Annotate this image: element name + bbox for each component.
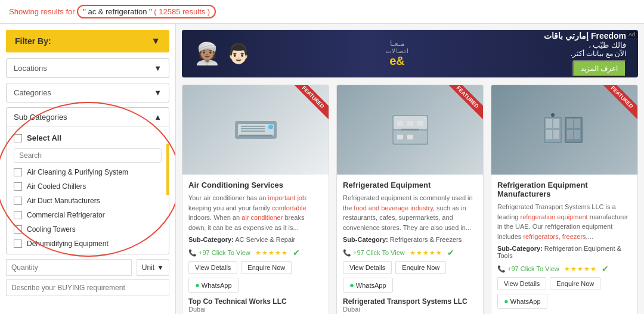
top-bar: Showing results for " ac & refrigeration… xyxy=(0,0,644,24)
ad-line3: الآن مع بيانات أكثر. xyxy=(544,49,626,58)
view-details-button-0[interactable]: View Details xyxy=(188,261,237,274)
item-checkbox-5[interactable] xyxy=(14,240,22,248)
whatsapp-button-2[interactable]: ●WhatsApp xyxy=(497,294,547,309)
item-checkbox-3[interactable] xyxy=(14,211,22,219)
svg-rect-21 xyxy=(553,130,559,139)
item-label-1: Air Cooled Chillers xyxy=(27,182,86,191)
action-row-0: 📞 +97 Click To View ★★★★★ ✔ xyxy=(188,248,323,257)
product-title-0: Air Conditioning Services xyxy=(188,181,323,189)
subcategory-section: Sub Categories ▲ Select All xyxy=(6,107,169,254)
svg-rect-18 xyxy=(546,119,552,128)
phone-text-1: +97 Click To View xyxy=(353,249,405,256)
quantity-row: Unit ▼ xyxy=(6,259,169,276)
company-name-1: Refrigerated Transport Systems LLC xyxy=(343,297,477,306)
verified-icon-2: ✔ xyxy=(602,264,609,273)
ac-unit-icon xyxy=(232,112,280,148)
quantity-input[interactable] xyxy=(6,259,132,276)
item-checkbox-0[interactable] xyxy=(14,168,22,176)
company-location-1: Dubai xyxy=(343,306,477,313)
quantity-section: Unit ▼ xyxy=(6,259,169,296)
svg-rect-26 xyxy=(567,130,573,139)
list-item[interactable]: Dehumidifying Equipment xyxy=(7,237,169,251)
product-title-1: Refrigerated Equipment xyxy=(343,181,477,189)
unit-select[interactable]: Unit ▼ xyxy=(137,259,169,276)
svg-rect-13 xyxy=(417,121,423,126)
ad-persons: 👳🏽 👨🏻 xyxy=(194,41,250,66)
product-subcategory-2: Sub-Category: Refrigeration Equipment & … xyxy=(497,245,631,259)
subcategory-header[interactable]: Sub Categories ▲ xyxy=(7,108,169,126)
ad-learn-more-button[interactable]: اعرف المزيد xyxy=(572,60,626,77)
locations-dropdown[interactable]: Locations ▼ xyxy=(6,58,169,78)
product-body-2: Refrigeration Equipment Manufacturers Re… xyxy=(491,175,637,314)
list-item[interactable]: Air Cleaning & Purifying System xyxy=(7,165,169,179)
enquire-button-1[interactable]: Enquire Now xyxy=(395,261,446,274)
verified-icon-0: ✔ xyxy=(293,248,300,257)
svg-rect-14 xyxy=(397,135,403,139)
btn-row-2: View Details Enquire Now ●WhatsApp xyxy=(497,277,631,309)
subcategory-key-2: Sub-Category: xyxy=(497,245,543,252)
enquire-button-2[interactable]: Enquire Now xyxy=(550,277,600,290)
categories-dropdown[interactable]: Categories ▼ xyxy=(6,83,169,102)
whatsapp-label-1: WhatsApp xyxy=(356,282,386,289)
select-all-label: Select All xyxy=(27,133,61,142)
select-all-row[interactable]: Select All xyxy=(7,130,169,146)
filter-by-bar[interactable]: Filter By: ▼ xyxy=(6,30,169,52)
product-card-1: Refrigerated Equipment Refrigerated equi… xyxy=(336,85,484,314)
featured-ribbon-0 xyxy=(294,85,329,120)
whatsapp-icon-2: ● xyxy=(504,297,509,306)
subcategory-search-input[interactable] xyxy=(14,148,162,163)
unit-select-arrow-icon: ▼ xyxy=(157,263,164,272)
buying-requirement-input[interactable] xyxy=(6,279,169,296)
action-row-2: 📞 +97 Click To View ★★★★★ ✔ xyxy=(497,264,631,273)
ad-logo: مـعـا اتصالات e& xyxy=(386,39,409,68)
enquire-button-0[interactable]: Enquire Now xyxy=(241,261,292,274)
ad-tagline: Freedom إمارتي باقات xyxy=(544,31,626,41)
item-checkbox-2[interactable] xyxy=(14,197,22,205)
whatsapp-button-1[interactable]: ●WhatsApp xyxy=(343,278,393,293)
locations-arrow-icon: ▼ xyxy=(154,64,162,73)
svg-rect-4 xyxy=(241,126,265,127)
item-label-3: Commercial Refrigerator xyxy=(27,211,105,219)
list-item[interactable]: Cooling Towers xyxy=(7,222,169,237)
btn-row-1: View Details Enquire Now ●WhatsApp xyxy=(343,261,477,293)
list-item[interactable]: Air Duct Manufacturers xyxy=(7,194,169,208)
sidebar: Filter By: ▼ Locations ▼ Categories ▼ Su… xyxy=(0,24,176,314)
view-details-button-2[interactable]: View Details xyxy=(497,277,546,290)
svg-rect-20 xyxy=(546,130,552,139)
list-item[interactable]: Air Cooled Chillers xyxy=(7,179,169,194)
subcategory-list: Select All Air Cleaning & Purifying Syst… xyxy=(7,126,169,254)
whatsapp-label-0: WhatsApp xyxy=(202,282,232,289)
subcategory-val-1: Refrigerators & Freezers xyxy=(390,236,462,243)
company-name-0: Top Co Technical Works LLC xyxy=(188,297,323,306)
list-item[interactable]: Commercial Refrigerator xyxy=(7,208,169,222)
subcategory-arrow-icon: ▲ xyxy=(154,113,162,122)
item-checkbox-1[interactable] xyxy=(14,182,22,191)
stars-1: ★★★★★ xyxy=(410,249,442,257)
view-details-button-1[interactable]: View Details xyxy=(343,261,392,274)
categories-label: Categories xyxy=(14,88,51,97)
product-subcategory-1: Sub-Category: Refrigerators & Freezers xyxy=(343,236,477,243)
company-location-0: Dubai xyxy=(188,306,323,313)
svg-point-3 xyxy=(268,125,273,129)
svg-point-28 xyxy=(551,113,555,117)
search-input-row xyxy=(7,146,169,165)
item-label-2: Air Duct Manufacturers xyxy=(27,197,100,205)
main-layout: Filter By: ▼ Locations ▼ Categories ▼ Su… xyxy=(0,24,644,314)
phone-btn-1[interactable]: 📞 +97 Click To View xyxy=(343,249,405,257)
item-checkbox-4[interactable] xyxy=(14,225,22,234)
featured-ribbon-1 xyxy=(448,85,484,120)
query-text: " ac & refrigeration " xyxy=(83,7,151,16)
phone-text-0: +97 Click To View xyxy=(199,249,250,256)
ad-logo-symbol: e& xyxy=(386,54,409,68)
whatsapp-button-0[interactable]: ●WhatsApp xyxy=(188,278,239,293)
ad-brand-arabic: اتصالات xyxy=(386,48,409,54)
ad-person-icon: 👳🏽 xyxy=(194,41,221,66)
svg-rect-6 xyxy=(241,130,265,132)
select-all-checkbox[interactable] xyxy=(14,134,22,142)
refrigeration-mfg-icon xyxy=(541,112,589,148)
stars-2: ★★★★★ xyxy=(564,265,597,273)
phone-btn-0[interactable]: 📞 +97 Click To View xyxy=(188,249,250,257)
scrollbar[interactable] xyxy=(166,144,169,195)
phone-btn-2[interactable]: 📞 +97 Click To View xyxy=(497,265,559,273)
featured-ribbon-2 xyxy=(603,85,638,120)
